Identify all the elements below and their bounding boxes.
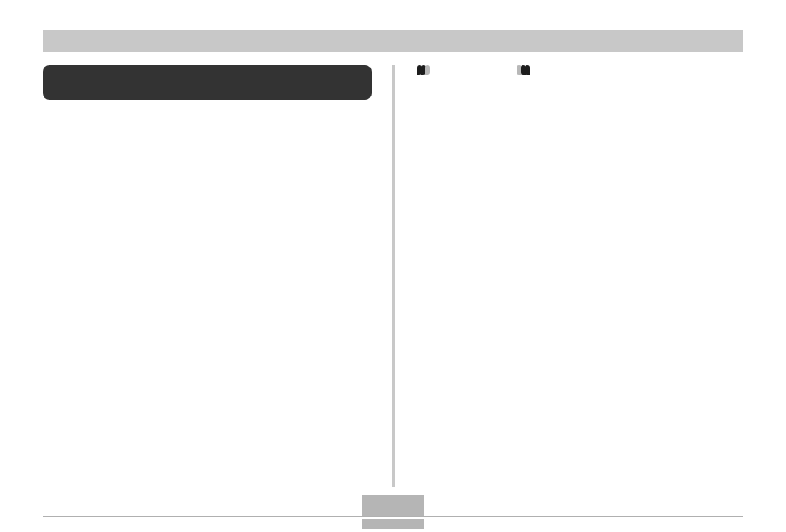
footer-block-lower: [362, 519, 424, 529]
footer-rule: [43, 516, 743, 517]
title-pill: [43, 65, 372, 100]
quote-right-icon: [417, 65, 429, 77]
header-bar: [43, 30, 743, 52]
footer-block-upper: [362, 495, 424, 516]
quote-left-icon: [517, 65, 529, 77]
document-page: [0, 0, 786, 532]
column-divider: [392, 65, 395, 487]
